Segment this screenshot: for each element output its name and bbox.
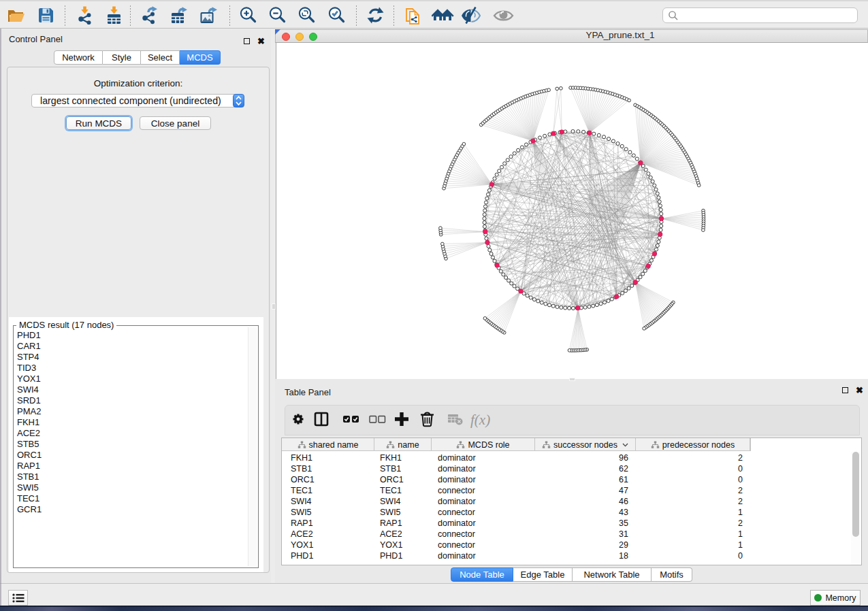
svg-text:f(x): f(x) [470, 412, 490, 428]
